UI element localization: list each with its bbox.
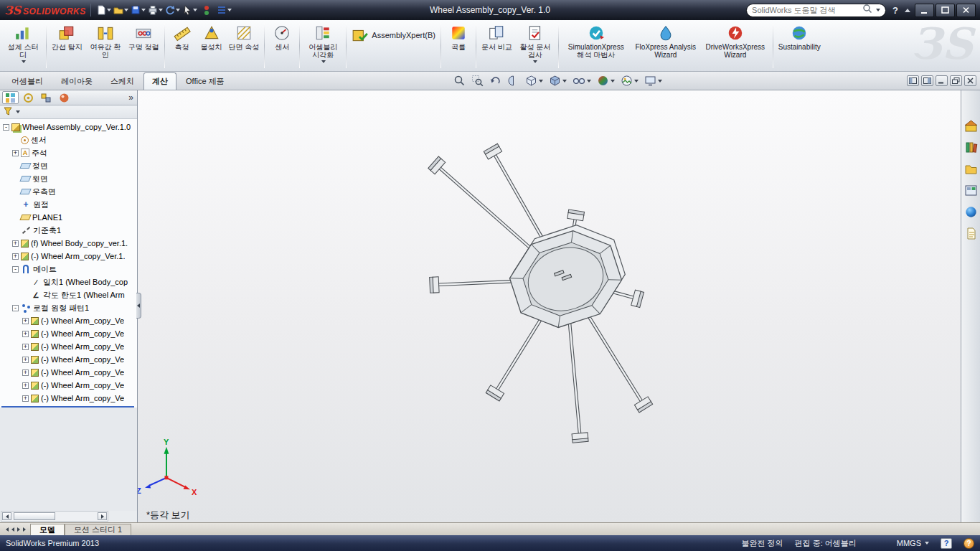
simulationxpress-button[interactable]: SimulationXpress 해석 마법사 <box>562 22 631 60</box>
tree-item-pattern-arm[interactable]: +(-) Wheel Arm_copy_Ve <box>0 353 137 366</box>
view-settings-icon[interactable] <box>643 74 664 88</box>
undo-button[interactable] <box>164 2 180 18</box>
tree-item-wheel-arm[interactable]: +(-) Wheel Arm_copy_Ver.1. <box>0 250 137 263</box>
minimize-button[interactable] <box>915 4 934 17</box>
search-scope-caret-icon[interactable] <box>876 9 880 11</box>
help-search-box[interactable] <box>746 4 886 17</box>
toggle-display-states-icon[interactable] <box>199 2 215 18</box>
tree-expander[interactable]: - <box>3 124 9 131</box>
sensor-button[interactable]: 센서 <box>268 22 296 52</box>
save-button[interactable] <box>130 2 146 18</box>
tree-item-pattern-arm[interactable]: +(-) Wheel Arm_copy_Ve <box>0 392 137 405</box>
tab-layout[interactable]: 레이아웃 <box>52 72 101 90</box>
units-selector[interactable]: MMGS <box>897 539 929 547</box>
configurationmanager-tab[interactable] <box>38 91 55 104</box>
help-search-input[interactable] <box>752 6 859 14</box>
command-options-button[interactable] <box>216 2 232 18</box>
scroll-left-icon[interactable] <box>2 512 11 520</box>
hide-show-items-icon[interactable] <box>571 74 593 88</box>
zoom-fit-icon[interactable] <box>452 74 467 88</box>
design-library-icon[interactable] <box>963 139 979 155</box>
tree-item-plane1[interactable]: PLANE1 <box>0 211 137 224</box>
tab-model[interactable]: 모델 <box>30 524 65 535</box>
tree-item-pattern-arm[interactable]: +(-) Wheel Arm_copy_Ve <box>0 366 137 379</box>
section-properties-button[interactable]: 단면 속성 <box>227 22 262 52</box>
pane-left-icon[interactable] <box>907 75 919 86</box>
curvature-button[interactable]: 곡률 <box>444 22 473 52</box>
help-button[interactable]: ? <box>890 5 900 16</box>
clearance-verification-button[interactable]: 여유값 확인 <box>85 22 126 60</box>
tree-item-pattern-arm[interactable]: +(-) Wheel Arm_copy_Ve <box>0 379 137 392</box>
last-tab-icon[interactable] <box>23 527 26 532</box>
tree-item-pattern-arm[interactable]: +(-) Wheel Arm_copy_Ve <box>0 340 137 353</box>
print-button[interactable] <box>147 2 163 18</box>
compare-documents-button[interactable]: 문서 비교 <box>479 22 514 52</box>
tree-item-pattern-arm[interactable]: +(-) Wheel Arm_copy_Ve <box>0 327 137 340</box>
edit-appearance-icon[interactable] <box>595 74 616 88</box>
assemblyxpert-button[interactable]: AssemblyXpert(B) <box>349 22 438 45</box>
driveworksxpress-button[interactable]: DriveWorksXpress Wizard <box>701 22 770 60</box>
maximize-button[interactable] <box>936 4 955 17</box>
status-help-button[interactable]: ? <box>941 538 952 549</box>
apply-scene-icon[interactable] <box>619 74 640 88</box>
first-tab-icon[interactable] <box>6 527 9 532</box>
tab-motion-study[interactable]: 모션 스터디 1 <box>65 524 131 535</box>
propertymanager-tab[interactable] <box>20 91 37 104</box>
view-orientation-icon[interactable] <box>524 74 545 88</box>
tree-item-axis1[interactable]: 기준축1 <box>0 224 137 237</box>
previous-view-icon[interactable] <box>488 74 503 88</box>
minimize-doc-icon[interactable] <box>936 75 948 86</box>
filter-funnel-icon[interactable] <box>4 105 12 118</box>
more-tabs-chevron-icon[interactable] <box>128 93 135 103</box>
tab-assembly[interactable]: 어셈블리 <box>3 72 52 90</box>
quick-tips-icon[interactable]: ? <box>963 538 974 549</box>
scroll-right-icon[interactable] <box>98 512 107 520</box>
tree-item-sensors[interactable]: 센서 <box>0 133 137 146</box>
featuremanager-tab[interactable] <box>2 91 19 104</box>
dimxpertmanager-tab[interactable] <box>56 91 72 104</box>
check-active-document-button[interactable]: 활성 문서 검사 <box>515 22 555 65</box>
tree-item-circular-pattern[interactable]: -로컬 원형 패턴1 <box>0 301 137 314</box>
tree-item-right-plane[interactable]: 우측면 <box>0 185 137 198</box>
tree-item-annotations[interactable]: +주석 <box>0 146 137 159</box>
tree-item-mates[interactable]: -메이트 <box>0 263 137 276</box>
tree-item-coincident-mate[interactable]: 일치1 (Wheel Body_cop <box>0 276 137 288</box>
section-view-icon[interactable] <box>506 74 521 88</box>
custom-properties-icon[interactable] <box>963 225 979 241</box>
tree-item-pattern-arm[interactable]: +(-) Wheel Arm_copy_Ve <box>0 314 137 327</box>
file-explorer-icon[interactable] <box>963 161 979 176</box>
mass-properties-button[interactable]: 물성치 <box>197 22 226 52</box>
display-style-icon[interactable] <box>547 74 568 88</box>
close-doc-icon[interactable] <box>964 75 976 86</box>
hole-alignment-button[interactable]: 구멍 정렬 <box>126 22 161 52</box>
view-palette-icon[interactable] <box>963 182 979 198</box>
design-study-button[interactable]: 설계 스터디 <box>3 22 43 65</box>
zoom-area-icon[interactable] <box>470 74 485 88</box>
previous-tab-icon[interactable] <box>11 527 14 532</box>
appearances-scenes-icon[interactable] <box>963 204 979 220</box>
graphics-viewport[interactable]: Y X Z *등각 보기 <box>138 90 961 522</box>
solidworks-resources-icon[interactable] <box>963 118 979 133</box>
tree-item-assembly-root[interactable]: -Wheel Assembly_copy_Ver.1.0 <box>0 121 137 133</box>
sustainability-button[interactable]: Sustainability <box>776 22 823 52</box>
tree-item-top-plane[interactable]: 윗면 <box>0 172 137 185</box>
interference-detection-button[interactable]: 간섭 탐지 <box>50 22 85 52</box>
filter-caret-icon[interactable] <box>16 110 20 113</box>
select-pointer-button[interactable] <box>182 2 197 18</box>
tab-sketch[interactable]: 스케치 <box>102 72 143 90</box>
tree-item-wheel-body[interactable]: +(f) Wheel Body_copy_ver.1. <box>0 237 137 250</box>
restore-doc-icon[interactable] <box>950 75 962 86</box>
tree-item-front-plane[interactable]: 정면 <box>0 159 137 172</box>
assembly-visualization-button[interactable]: 어셈블리 시각화 <box>303 22 343 65</box>
tree-horizontal-scrollbar[interactable] <box>1 511 108 522</box>
new-document-button[interactable] <box>95 2 111 18</box>
floxpress-button[interactable]: FloXpress Analysis Wizard <box>631 22 700 60</box>
tab-office-products[interactable]: Office 제품 <box>177 72 233 90</box>
scrollbar-thumb[interactable] <box>14 512 55 520</box>
tree-item-origin[interactable]: 원점 <box>0 198 137 211</box>
collapse-menu-icon[interactable] <box>905 9 910 12</box>
tree-item-angle-mate[interactable]: 각도 한도1 (Wheel Arm <box>0 288 137 301</box>
close-button[interactable] <box>956 4 976 17</box>
measure-button[interactable]: 측정 <box>168 22 197 52</box>
pane-right-icon[interactable] <box>921 75 933 86</box>
